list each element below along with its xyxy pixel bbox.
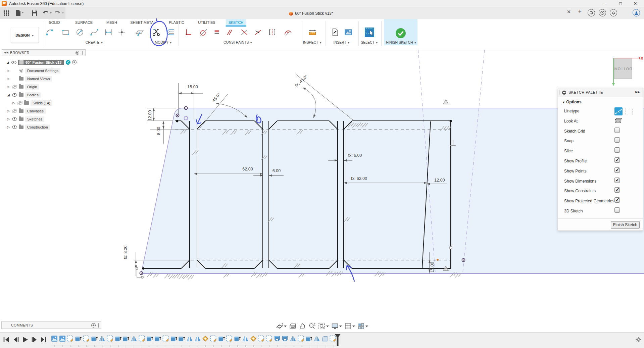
expander-icon[interactable]: ◢ [6,60,10,64]
palette-options-section[interactable]: ▼ Options [562,100,582,104]
checkbox-slice[interactable] [614,147,620,153]
hole-feature-icon[interactable] [282,335,288,342]
timeline-step-forward-button[interactable] [31,336,38,343]
workspace-switcher[interactable]: DESIGN ▼ [11,27,39,43]
linetype-construction-toggle[interactable] [614,107,623,115]
sketch-palette-header[interactable]: SKETCH PALETTE ▶▶ [558,88,643,97]
visibility-eye-icon[interactable] [12,117,17,121]
checkbox-show-dimensions[interactable] [614,178,620,183]
sketch-feature-icon[interactable] [258,335,264,342]
sketch-feature-icon[interactable] [226,335,233,342]
browser-item-canvases[interactable]: ▷Canvases [6,107,46,114]
mirror-feature-icon[interactable] [131,335,137,342]
mirror-feature-icon[interactable] [313,335,320,342]
extrude-feature-icon[interactable] [218,335,225,342]
checkbox-snap[interactable] [614,137,620,143]
document-tab[interactable]: 60" Fusion Stick v13* [289,9,333,18]
orbit-tool[interactable] [276,322,287,330]
mirror-feature-icon[interactable] [290,335,296,342]
save-icon[interactable] [31,9,38,17]
ribbon-tab-solid[interactable]: SOLID [46,19,62,27]
constraint-horizontal-vertical-icon[interactable] [184,28,193,37]
expand-expander-icon[interactable]: ▷ [6,117,10,121]
constraint-collinear-icon[interactable] [254,28,262,37]
trim-icon[interactable] [152,28,161,37]
create-point-icon[interactable] [117,28,126,37]
group-label-inspect[interactable]: INSPECT ▼ [303,40,322,44]
undo-icon[interactable] [42,9,53,17]
job-status-clock-icon[interactable] [599,9,606,16]
measure-icon[interactable] [308,28,317,37]
maximize-button[interactable]: □ [614,0,627,7]
look-at-tool[interactable] [289,322,296,330]
extrude-feature-icon[interactable] [75,335,82,342]
visibility-eye-icon-hidden[interactable] [12,85,17,89]
ribbon-tab-utilities[interactable]: UTILITIES [195,19,218,27]
file-menu-icon[interactable] [15,9,25,17]
browser-collapse-icon[interactable]: ◀◀ [4,50,8,56]
browser-item-document-settings[interactable]: ▷Document Settings [6,67,60,74]
timeline-play-button[interactable] [21,336,29,343]
group-label-constraints[interactable]: CONSTRAINTS ▼ [224,40,252,44]
ribbon-tab-mesh[interactable]: MESH [104,19,120,27]
zoom-tool[interactable] [308,322,316,330]
create-dimension-icon[interactable] [104,28,113,37]
insert-canvas-icon[interactable] [344,28,353,37]
canvas-feature-icon[interactable] [59,335,66,342]
mirror-feature-icon[interactable] [186,335,193,342]
browser-item-origin[interactable]: ▷Origin [6,83,39,90]
browser-root-row[interactable]: ◢ 60" Fusion Stick v13 C [6,59,77,66]
user-avatar[interactable] [633,9,640,16]
notifications-bell-icon[interactable] [610,9,617,16]
constraint-symmetry-icon[interactable] [268,28,277,37]
extrude-feature-icon[interactable] [178,335,185,342]
extrude-feature-icon[interactable] [305,335,312,342]
checkbox-sketch-grid[interactable] [614,128,620,133]
browser-item-bodies[interactable]: ◢Bodies [6,91,41,98]
expand-expander-icon[interactable]: ▷ [12,101,16,105]
extrude-feature-icon[interactable] [154,335,161,342]
hole-feature-icon[interactable] [274,335,281,342]
pan-tool[interactable] [299,322,306,330]
app-grid-icon[interactable] [3,9,10,17]
activate-component-radio[interactable] [72,60,77,64]
extrude-feature-icon[interactable] [122,335,129,342]
ribbon-tab-sketch[interactable]: SKETCH [226,19,246,27]
constraint-tangent-icon[interactable] [199,28,208,37]
browser-item-construction[interactable]: ▷Construction [6,123,50,131]
checkbox-show-constraints[interactable] [614,187,620,193]
browser-header[interactable]: ◀◀ BROWSER [2,49,86,56]
browser-drag-handle[interactable] [82,51,83,55]
fit-tool[interactable] [318,322,329,330]
display-settings-tool[interactable] [331,322,342,330]
sketch-feature-icon[interactable] [107,335,113,342]
group-label-insert[interactable]: INSERT ▼ [334,40,350,44]
finish-sketch-label[interactable]: FINISH SKETCH ▼ [386,40,417,44]
close-button[interactable]: ✕ [629,0,642,7]
sketch-feature-icon[interactable] [83,335,90,342]
finish-sketch-button[interactable]: Finish Sketch [611,221,640,229]
timeline-step-back-button[interactable] [12,336,19,343]
group-label-create[interactable]: CREATE ▼ [86,40,103,44]
visibility-eye-icon[interactable] [12,93,17,97]
checkbox-3d-sketch[interactable] [614,207,620,213]
mirror-feature-icon[interactable] [194,335,201,342]
look-at-button[interactable] [614,117,622,126]
fillet-feature-icon[interactable] [321,335,328,342]
sketch-feature-icon[interactable] [67,335,73,342]
palette-drag-handle[interactable] [559,90,560,95]
timeline-go-to-start-button[interactable] [3,336,10,343]
ribbon-tab-surface[interactable]: SURFACE [72,19,95,27]
extrude-feature-icon[interactable] [115,335,121,342]
constraint-coincident-icon[interactable] [240,28,249,37]
expand-expander-icon[interactable]: ▷ [6,69,10,72]
timeline-playhead-marker[interactable] [334,334,341,346]
group-label-modify[interactable]: MODIFY ▼ [155,40,172,44]
sketch-feature-icon[interactable] [139,335,145,342]
redo-icon[interactable] [54,9,65,17]
sketch-feature-icon[interactable] [210,335,217,342]
expand-expander-icon[interactable]: ▷ [6,77,10,81]
checkbox-show-projected-geometries[interactable] [614,197,620,203]
browser-item-sketches[interactable]: ▷Sketches [6,115,44,122]
expand-expander-icon[interactable]: ▷ [6,85,10,89]
